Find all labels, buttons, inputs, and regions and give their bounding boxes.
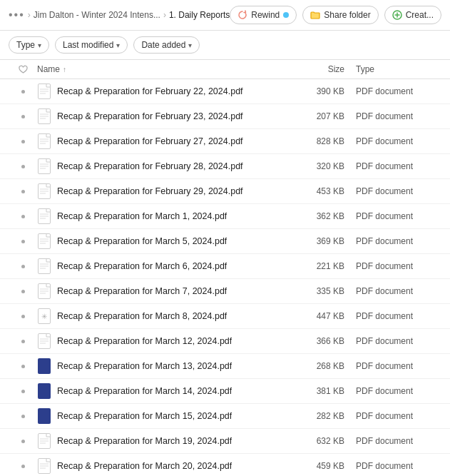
file-name: Recap & Preparation for February 29, 202… <box>57 186 243 196</box>
row-name: Recap & Preparation for March 20, 2024.p… <box>37 457 299 475</box>
row-type: PDF document <box>356 286 441 296</box>
file-name: Recap & Preparation for March 19, 2024.p… <box>57 436 232 446</box>
table-row[interactable]: Recap & Preparation for March 6, 2024.pd… <box>0 254 450 279</box>
table-row[interactable]: Recap & Preparation for March 14, 2024.p… <box>0 379 450 404</box>
breadcrumb-current[interactable]: 1. Daily Reports <box>169 10 230 20</box>
row-name: Recap & Preparation for March 12, 2024.p… <box>37 333 299 350</box>
date-added-filter[interactable]: Date added ▾ <box>133 36 200 54</box>
dot-indicator <box>21 240 25 243</box>
row-dot <box>9 340 37 343</box>
row-type: PDF document <box>356 161 441 171</box>
share-folder-button[interactable]: Share folder <box>302 6 378 24</box>
dot-indicator <box>21 215 25 218</box>
row-size: 369 KB <box>299 236 356 246</box>
date-added-chevron: ▾ <box>188 41 192 49</box>
row-size: 320 KB <box>299 161 356 171</box>
last-modified-label: Last modified <box>63 40 113 50</box>
row-dot <box>9 165 37 168</box>
file-name: Recap & Preparation for March 7, 2024.pd… <box>57 286 227 296</box>
file-icon <box>37 383 51 400</box>
row-name: ✳ Recap & Preparation for March 8, 2024.… <box>37 308 299 325</box>
row-dot <box>9 240 37 243</box>
table-row[interactable]: Recap & Preparation for March 19, 2024.p… <box>0 429 450 454</box>
row-dot <box>9 440 37 443</box>
row-name: Recap & Preparation for March 13, 2024.p… <box>37 358 299 375</box>
table-row[interactable]: Recap & Preparation for February 29, 202… <box>0 179 450 204</box>
row-dot <box>9 140 37 143</box>
row-type: PDF document <box>356 361 441 371</box>
dot-indicator <box>21 90 25 93</box>
pdf-icon <box>38 83 51 99</box>
row-dot <box>9 390 37 393</box>
file-icon <box>37 432 51 450</box>
col-name-header[interactable]: Name ↑ <box>37 64 299 74</box>
row-size: 282 KB <box>299 411 356 421</box>
file-name: Recap & Preparation for March 6, 2024.pd… <box>57 261 227 271</box>
row-size: 381 KB <box>299 386 356 396</box>
table-header: Name ↑ Size Type <box>0 60 450 79</box>
filter-bar: Type ▾ Last modified ▾ Date added ▾ <box>0 31 450 60</box>
row-dot <box>9 365 37 368</box>
row-dot <box>9 415 37 418</box>
file-name: Recap & Preparation for March 15, 2024.p… <box>57 411 232 421</box>
row-name: Recap & Preparation for March 14, 2024.p… <box>37 383 299 400</box>
file-name: Recap & Preparation for March 12, 2024.p… <box>57 336 232 346</box>
breadcrumb-dots[interactable]: ••• <box>9 9 25 21</box>
file-icon <box>37 283 51 300</box>
file-name: Recap & Preparation for February 23, 202… <box>57 111 243 121</box>
create-button[interactable]: Creat... <box>384 6 441 24</box>
row-type: PDF document <box>356 386 441 396</box>
last-modified-filter[interactable]: Last modified ▾ <box>55 36 128 54</box>
rewind-label: Rewind <box>251 10 280 20</box>
file-name: Recap & Preparation for March 20, 2024.p… <box>57 461 232 471</box>
file-name: Recap & Preparation for February 22, 202… <box>57 86 243 96</box>
file-icon <box>37 208 51 225</box>
table-row[interactable]: Recap & Preparation for February 23, 202… <box>0 104 450 129</box>
row-type: PDF document <box>356 186 441 196</box>
row-type: PDF document <box>356 86 441 96</box>
create-label: Creat... <box>406 10 434 20</box>
file-table: Name ↑ Size Type Recap & Preparation for… <box>0 60 450 476</box>
row-size: 447 KB <box>299 311 356 321</box>
breadcrumb: ••• › Jim Dalton - Winter 2024 Intens...… <box>9 9 230 21</box>
dot-indicator <box>21 190 25 193</box>
dot-indicator <box>21 440 25 443</box>
row-name: Recap & Preparation for March 15, 2024.p… <box>37 407 299 425</box>
file-icon <box>37 258 51 275</box>
file-icon <box>37 158 51 175</box>
file-icon <box>37 133 51 150</box>
row-size: 207 KB <box>299 111 356 121</box>
rewind-button[interactable]: Rewind <box>230 6 297 24</box>
file-icon <box>37 233 51 250</box>
file-icon: ✳ <box>37 308 51 325</box>
row-name: Recap & Preparation for February 28, 202… <box>37 158 299 175</box>
table-row[interactable]: Recap & Preparation for March 5, 2024.pd… <box>0 229 450 254</box>
table-row[interactable]: Recap & Preparation for March 7, 2024.pd… <box>0 279 450 304</box>
table-row[interactable]: Recap & Preparation for March 15, 2024.p… <box>0 404 450 429</box>
file-icon <box>37 407 51 425</box>
table-row[interactable]: Recap & Preparation for March 13, 2024.p… <box>0 354 450 379</box>
top-actions: Rewind Share folder Creat... <box>230 6 441 24</box>
row-name: Recap & Preparation for February 27, 202… <box>37 133 299 150</box>
table-row[interactable]: Recap & Preparation for March 1, 2024.pd… <box>0 204 450 229</box>
heart-col-header <box>9 64 37 74</box>
pdf-icon <box>38 283 51 299</box>
table-row[interactable]: Recap & Preparation for February 28, 202… <box>0 154 450 179</box>
type-filter-label: Type <box>16 40 35 50</box>
row-type: PDF document <box>356 436 441 446</box>
dot-indicator <box>21 415 25 418</box>
type-filter[interactable]: Type ▾ <box>9 36 49 54</box>
table-row[interactable]: ✳ Recap & Preparation for March 8, 2024.… <box>0 304 450 329</box>
row-type: PDF document <box>356 111 441 121</box>
table-row[interactable]: Recap & Preparation for March 20, 2024.p… <box>0 454 450 476</box>
dot-indicator <box>21 340 25 343</box>
table-row[interactable]: Recap & Preparation for February 22, 202… <box>0 79 450 104</box>
row-name: Recap & Preparation for March 1, 2024.pd… <box>37 208 299 225</box>
dot-indicator <box>21 165 25 168</box>
breadcrumb-sep-2: › <box>163 10 166 20</box>
row-dot <box>9 190 37 193</box>
table-row[interactable]: Recap & Preparation for February 27, 202… <box>0 129 450 154</box>
row-size: 459 KB <box>299 461 356 471</box>
breadcrumb-parent[interactable]: Jim Dalton - Winter 2024 Intens... <box>34 10 160 20</box>
table-row[interactable]: Recap & Preparation for March 12, 2024.p… <box>0 329 450 354</box>
